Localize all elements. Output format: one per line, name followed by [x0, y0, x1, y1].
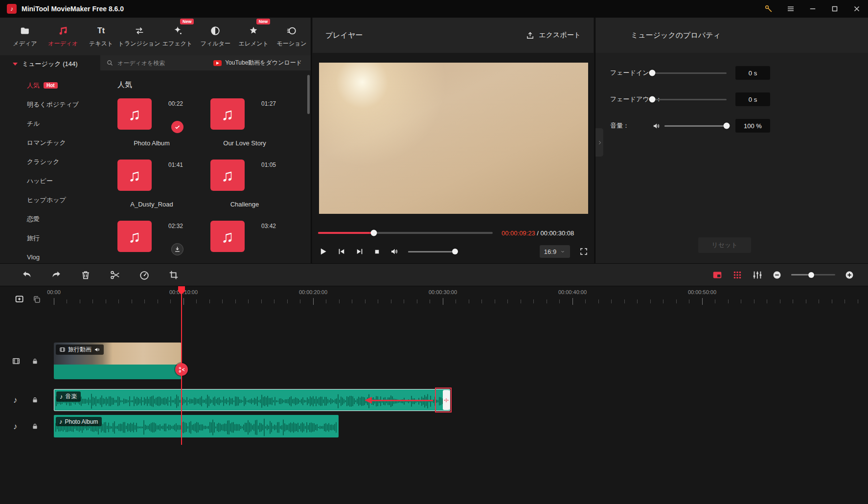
- video-track-lock-icon[interactable]: [31, 358, 39, 365]
- timeline-zoom-slider[interactable]: [791, 274, 835, 275]
- sidebar-item[interactable]: 旅行: [0, 229, 100, 248]
- tab-media[interactable]: メディア: [6, 18, 44, 55]
- tab-transition[interactable]: トランジション: [120, 18, 159, 55]
- property-slider[interactable]: [652, 72, 727, 74]
- property-slider[interactable]: [652, 99, 727, 100]
- sidebar-item-label: 旅行: [27, 234, 40, 243]
- zoom-knob[interactable]: [808, 272, 814, 278]
- undo-button[interactable]: [22, 270, 32, 280]
- timeline-toolbar: [0, 263, 868, 286]
- minimize-button[interactable]: [808, 4, 817, 13]
- close-button[interactable]: [852, 4, 861, 13]
- sidebar-item[interactable]: 人気 Hot: [0, 76, 100, 95]
- section-title: 人気: [117, 80, 311, 90]
- sidebar-item[interactable]: クラシック: [0, 152, 100, 171]
- sidebar-item[interactable]: 恋愛: [0, 209, 100, 229]
- next-frame-button[interactable]: [355, 247, 364, 256]
- tab-motion[interactable]: モーション: [273, 18, 311, 55]
- sidebar-header[interactable]: ミュージック (144): [0, 55, 100, 73]
- property-slider[interactable]: [664, 125, 727, 127]
- search-input[interactable]: [117, 60, 191, 67]
- tab-filter[interactable]: フィルター: [196, 18, 234, 55]
- duplicate-track-button[interactable]: [32, 295, 41, 304]
- property-slider-knob[interactable]: [724, 123, 730, 129]
- fullscreen-button[interactable]: [579, 247, 588, 256]
- tab-effect[interactable]: New エフェクト: [159, 18, 197, 55]
- aspect-ratio-select[interactable]: 16:9: [540, 245, 570, 258]
- tab-icon: [58, 25, 69, 36]
- sidebar-item[interactable]: ハッピー: [0, 171, 100, 190]
- music-duration: 01:05: [261, 161, 276, 168]
- tab-label: エレメント: [239, 40, 269, 48]
- clip-trim-handle[interactable]: [443, 390, 450, 410]
- music-category-sidebar: ミュージック (144) 人気 Hot 明るくポジティブ: [0, 55, 100, 263]
- split-button[interactable]: [110, 270, 120, 280]
- total-time: 00:00:30:08: [541, 229, 574, 237]
- music-card[interactable]: ♫ 01:27 Our Love Story: [210, 98, 279, 147]
- player-volume-knob[interactable]: [452, 249, 458, 254]
- seek-knob[interactable]: [371, 230, 377, 236]
- tab-label: モーション: [277, 40, 307, 48]
- volume-icon: [652, 122, 661, 130]
- mute-button[interactable]: [390, 247, 399, 256]
- sidebar-item-label: 明るくポジティブ: [27, 100, 79, 109]
- zoom-out-button[interactable]: [772, 270, 782, 280]
- music-card[interactable]: ♫ 01:41 A_Dusty_Road: [117, 160, 186, 208]
- download-icon[interactable]: [171, 243, 183, 255]
- stop-button[interactable]: [373, 248, 381, 255]
- license-key-icon[interactable]: [764, 4, 773, 13]
- music-card[interactable]: ♫ 01:05 Challenge: [210, 160, 279, 208]
- sidebar-item[interactable]: ロマンチック: [0, 133, 100, 152]
- tab-text[interactable]: Tt テキスト: [82, 18, 120, 55]
- playhead-line[interactable]: [181, 286, 182, 445]
- seek-fill: [318, 232, 374, 234]
- grid-dots-icon[interactable]: [732, 270, 743, 280]
- ruler-label: 00:00:40:00: [558, 289, 587, 295]
- chevron-down-icon: [560, 249, 566, 254]
- export-button[interactable]: エクスポート: [526, 31, 581, 40]
- video-clip[interactable]: 旅行動画: [54, 343, 182, 379]
- sidebar-item[interactable]: 明るくポジティブ: [0, 95, 100, 114]
- library-scrollbar[interactable]: [307, 75, 310, 114]
- audio-mixer-icon[interactable]: [752, 270, 763, 280]
- music-card[interactable]: ♫ 02:32: [117, 221, 186, 263]
- sidebar-item[interactable]: チル: [0, 114, 100, 133]
- property-slider-knob[interactable]: [649, 70, 656, 76]
- delete-button[interactable]: [80, 270, 91, 280]
- maximize-button[interactable]: [830, 4, 839, 13]
- reset-button[interactable]: リセット: [698, 237, 751, 253]
- player-volume-slider[interactable]: [408, 251, 455, 252]
- menu-icon[interactable]: [786, 4, 795, 13]
- tab-icon: [248, 25, 259, 36]
- trim-highlight-annotation: [435, 388, 452, 412]
- sidebar-item-label: ロマンチック: [27, 138, 66, 147]
- previous-frame-button[interactable]: [337, 247, 346, 256]
- music-track-icon: ♪: [13, 396, 18, 404]
- music-clip-photo-album[interactable]: ♪ Photo Album: [54, 415, 339, 437]
- music-track-lock-icon[interactable]: [31, 396, 39, 404]
- main-area: メディア オーディオ Tt テキスト: [0, 18, 868, 263]
- sidebar-item-label: Vlog: [27, 253, 40, 261]
- music-clip-label: 音楽: [66, 392, 77, 401]
- video-preview: [319, 63, 588, 214]
- new-badge: New: [180, 19, 194, 24]
- add-track-button[interactable]: [15, 294, 25, 304]
- music-card[interactable]: ♫ 03:42: [210, 221, 279, 263]
- speed-button[interactable]: [139, 270, 150, 280]
- pip-track-icon[interactable]: [712, 270, 723, 280]
- zoom-in-button[interactable]: [845, 270, 854, 280]
- music-title: Challenge: [210, 201, 279, 208]
- music-track2-lock-icon[interactable]: [31, 423, 39, 430]
- sidebar-item[interactable]: ヒップホップ: [0, 190, 100, 209]
- tab-element[interactable]: New エレメント: [234, 18, 273, 55]
- redo-button[interactable]: [51, 270, 62, 280]
- tab-audio[interactable]: オーディオ: [44, 18, 82, 55]
- youtube-download-link[interactable]: YouTube動画をダウンロード: [213, 59, 305, 67]
- added-check-icon: [171, 121, 183, 133]
- crop-button[interactable]: [168, 270, 179, 280]
- seek-slider[interactable]: [318, 232, 493, 234]
- property-slider-knob[interactable]: [649, 96, 656, 103]
- timeline-ruler[interactable]: 00:00 00:00:10:00 00:00:20:00 00: [54, 286, 868, 307]
- play-button[interactable]: [318, 247, 328, 256]
- music-card[interactable]: ♫ 00:22 Photo Album: [117, 98, 186, 147]
